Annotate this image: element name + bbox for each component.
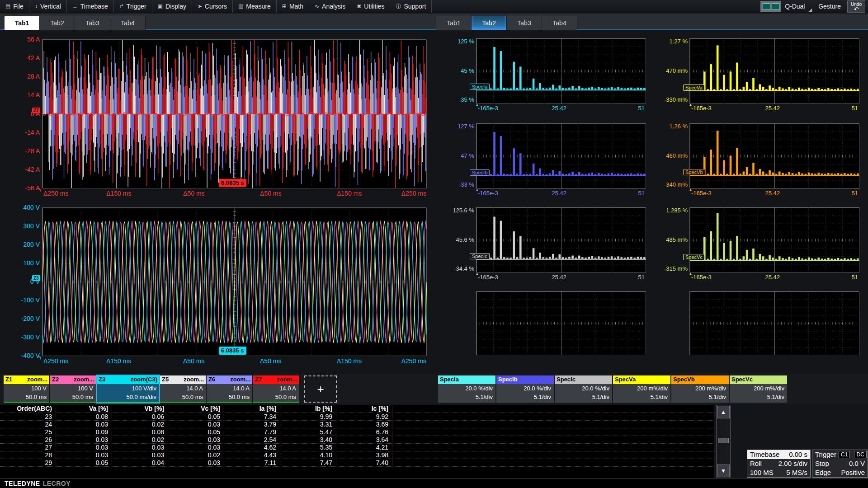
undo-button[interactable]: Undo ↶ bbox=[847, 0, 865, 13]
column-header: Va [%] bbox=[56, 405, 112, 413]
trace-marker-Z7[interactable]: Z7 bbox=[32, 108, 40, 113]
specVa-plot[interactable] bbox=[689, 38, 859, 103]
menu-item-analysis[interactable]: ∿Analysis bbox=[309, 0, 351, 13]
menu-item-display[interactable]: ▣Display bbox=[152, 0, 192, 13]
specIa-trace-label[interactable]: SpecIa bbox=[470, 84, 490, 90]
descriptor-Z7[interactable]: Z7zoom...14.0 A50.0 ms bbox=[253, 375, 299, 403]
specIc-start-marker-icon: ▲ bbox=[475, 272, 479, 276]
trigger-panel[interactable]: Trigger C1 DC Stop 0.0 V Edge Positive bbox=[812, 450, 868, 478]
descriptor-timebase: 50.0 ms bbox=[4, 393, 49, 401]
scroll-down-button[interactable]: ▼ bbox=[717, 465, 730, 477]
descriptor-SpecIa[interactable]: SpecIa20.0 %/div5.1/div bbox=[438, 375, 495, 403]
tab-tab1[interactable]: Tab1 bbox=[5, 16, 40, 30]
table-row[interactable]: 290.050.040.037.117.477.40 bbox=[0, 459, 714, 467]
descriptor-Z2[interactable]: Z2zoom...100 V50.0 ms bbox=[50, 375, 96, 403]
column-header: Ic [%] bbox=[336, 405, 392, 413]
scroll-thumb[interactable] bbox=[718, 438, 729, 443]
table-cell: 28 bbox=[0, 451, 56, 459]
specIb-trace-label[interactable]: SpecIb bbox=[470, 169, 490, 176]
specIa-plot[interactable] bbox=[476, 38, 646, 103]
descriptor-SpecIb[interactable]: SpecIb20.0 %/div5.1/div bbox=[496, 375, 554, 403]
tab-tab4[interactable]: Tab4 bbox=[542, 16, 577, 30]
tab-tab3[interactable]: Tab3 bbox=[75, 16, 110, 30]
table-row[interactable]: 260.030.020.032.543.403.64 bbox=[0, 436, 714, 444]
timebase-panel[interactable]: Timebase 0.00 s Roll 2.00 s/div 100 MS 5… bbox=[747, 450, 811, 478]
qdual-selector[interactable]: Q-Dual ◢ bbox=[760, 1, 812, 12]
table-cell: 0.08 bbox=[56, 413, 112, 420]
menu-item-measure[interactable]: ▥Measure bbox=[233, 0, 277, 13]
menu-item-vertical[interactable]: ↕Vertical bbox=[29, 0, 67, 13]
descriptor-Z6[interactable]: Z6zoom...14.0 A50.0 ms bbox=[207, 375, 252, 403]
table-cell: 0.03 bbox=[168, 459, 224, 466]
voltage-zoom-plot[interactable] bbox=[42, 207, 426, 356]
specVb-y-labels: 1.26 %460 m%-340 m% bbox=[650, 123, 688, 188]
descriptor-scale: 200 m%/div bbox=[730, 384, 787, 393]
descriptor-scale: 100 V bbox=[50, 384, 96, 393]
specVa-trace-label[interactable]: SpecVa bbox=[683, 84, 705, 91]
descriptor-SpecVa[interactable]: SpecVa200 m%/div5.1/div bbox=[613, 375, 670, 403]
descriptor-scale: 14.0 A bbox=[207, 384, 252, 393]
descriptor-Z3[interactable]: Z3zoom(C3)100 V/div50.0 ms/div bbox=[97, 375, 159, 403]
scroll-up-button[interactable]: ▲ bbox=[717, 406, 730, 418]
column-header: Order(ABC) bbox=[0, 405, 56, 413]
descriptor-strip: Z1zoom...100 V50.0 msZ2zoom...100 V50.0 … bbox=[0, 374, 868, 404]
specIa-start-marker-icon: ▲ bbox=[475, 103, 479, 107]
table-cell: 3.31 bbox=[280, 421, 336, 428]
descriptor-SpecVc[interactable]: SpecVc200 m%/div5.1/div bbox=[730, 375, 787, 403]
add-trace-button[interactable]: + bbox=[304, 375, 337, 403]
trace-marker-Z3[interactable]: Z3 bbox=[32, 275, 40, 281]
table-row[interactable]: 270.030.030.034.625.354.21 bbox=[0, 444, 714, 451]
table-row[interactable]: 280.030.030.024.434.103.98 bbox=[0, 451, 714, 459]
descriptor-SpecVb[interactable]: SpecVb200 m%/div5.1/div bbox=[671, 375, 729, 403]
gesture-label[interactable]: Gesture bbox=[818, 3, 841, 10]
time-cursor-badge[interactable]: 6.0835 s bbox=[219, 347, 246, 355]
trigger-source-badge: C1 bbox=[839, 451, 850, 458]
timebase-value: 0.00 s bbox=[789, 450, 807, 459]
tab-tab4[interactable]: Tab4 bbox=[110, 16, 146, 30]
tab-tab2[interactable]: Tab2 bbox=[472, 16, 507, 30]
menu-item-support[interactable]: ⓘSupport bbox=[390, 0, 432, 13]
table-cell: 0.05 bbox=[56, 459, 112, 466]
specVc-plot[interactable] bbox=[689, 207, 859, 272]
harmonics-table: Order(ABC)Va [%]Vb [%]Vc [%]Ia [%]Ib [%]… bbox=[0, 405, 714, 478]
menu-item-trigger[interactable]: ↱Trigger bbox=[114, 0, 152, 13]
table-cell: 9.92 bbox=[336, 413, 392, 420]
specIa-y-labels: 125 %45 %-35 % bbox=[436, 38, 474, 103]
menu-item-math[interactable]: ⊞Math bbox=[277, 0, 309, 13]
descriptor-scale: 14.0 A bbox=[160, 384, 206, 393]
tab-tab1[interactable]: Tab1 bbox=[436, 16, 472, 30]
table-cell: 0.05 bbox=[168, 428, 224, 436]
table-scrollbar[interactable]: ▲ ▼ bbox=[716, 405, 731, 478]
table-cell: 26 bbox=[0, 436, 56, 443]
descriptor-Z1[interactable]: Z1zoom...100 V50.0 ms bbox=[4, 375, 49, 403]
specIb-plot[interactable] bbox=[476, 123, 646, 188]
descriptor-SpecIc[interactable]: SpecIc20.0 %/div5.1/div bbox=[555, 375, 612, 403]
trace-start-arrow-icon: ↰ bbox=[38, 187, 42, 193]
specVb-trace-label[interactable]: SpecVb bbox=[683, 169, 705, 175]
table-row[interactable]: 230.080.060.057.349.999.92 bbox=[0, 413, 714, 421]
table-row[interactable]: 240.030.020.033.793.313.69 bbox=[0, 421, 714, 428]
specIc-trace-label[interactable]: SpecIc bbox=[470, 253, 490, 259]
descriptor-Z5[interactable]: Z5zoom...14.0 A50.0 ms bbox=[160, 375, 206, 403]
current-zoom-plot[interactable] bbox=[42, 39, 426, 188]
descriptor-scale: 100 V/div bbox=[97, 384, 159, 393]
menu-item-file[interactable]: ▤File bbox=[0, 0, 29, 13]
time-cursor-badge[interactable]: 6.0835 s bbox=[219, 179, 246, 187]
descriptor-rate: 5.1/div bbox=[438, 393, 495, 401]
menu-item-cursors[interactable]: ➤Cursors bbox=[192, 0, 233, 13]
undo-icon: ↶ bbox=[848, 7, 865, 12]
specVc-trace-label[interactable]: SpecVc bbox=[683, 254, 705, 260]
menu-item-timebase[interactable]: ↔Timebase bbox=[67, 0, 114, 13]
tab-tab2[interactable]: Tab2 bbox=[40, 16, 75, 30]
tab-tab3[interactable]: Tab3 bbox=[507, 16, 542, 30]
descriptor-timebase: 50.0 ms bbox=[207, 393, 252, 401]
specIc-plot[interactable] bbox=[476, 207, 646, 272]
table-row[interactable]: 250.090.080.057.795.476.76 bbox=[0, 428, 714, 436]
descriptor-header: SpecVa bbox=[613, 375, 670, 384]
trigger-title: Trigger bbox=[815, 450, 836, 459]
menu-item-utilities[interactable]: ✖Utilities bbox=[351, 0, 390, 13]
timebase-mode: Roll bbox=[750, 459, 762, 468]
support-icon: ⓘ bbox=[396, 3, 401, 10]
specVb-plot[interactable] bbox=[689, 123, 859, 188]
trigger-slope: Positive bbox=[841, 468, 865, 477]
